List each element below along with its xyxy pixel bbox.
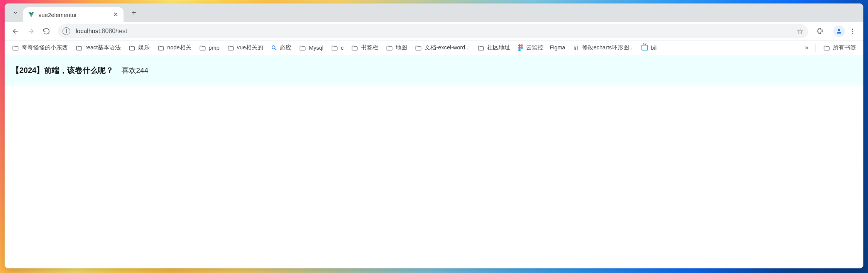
all-bookmarks-label: 所有书签 (833, 44, 856, 51)
svg-point-5 (518, 44, 521, 47)
toolbar-divider (830, 27, 830, 35)
likes-text: 喜欢244 (122, 66, 149, 76)
svg-point-4 (272, 46, 275, 49)
svg-point-6 (521, 44, 523, 47)
close-tab-icon[interactable]: ✕ (112, 11, 119, 19)
bookmark-label: react基本语法 (85, 44, 121, 51)
bookmark-label: 社区地址 (487, 44, 510, 51)
bookmark-item[interactable]: 娱乐 (126, 42, 152, 53)
bilibili-icon (641, 45, 648, 51)
folder-icon (331, 45, 338, 51)
echarts-icon (573, 45, 579, 51)
folder-icon (129, 45, 135, 51)
tab-title: vue2elementui (39, 12, 112, 18)
bookmarks-divider (816, 44, 816, 52)
tab-active[interactable]: vue2elementui ✕ (23, 7, 124, 22)
bookmark-item[interactable]: 文档-excel-word... (412, 42, 472, 53)
profile-button[interactable] (833, 25, 845, 37)
folder-icon (299, 45, 306, 51)
browser-window: vue2elementui ✕ + i localhost:8080/test … (5, 3, 863, 268)
forward-button[interactable] (24, 24, 38, 38)
bookmark-label: Mysql (309, 45, 323, 51)
bookmarks-bar: 奇奇怪怪的小东西react基本语法娱乐node相关pmpvue相关的必应Mysq… (5, 40, 863, 55)
bookmark-label: 云监控 – Figma (526, 44, 565, 51)
bookmark-label: 书签栏 (361, 44, 378, 51)
bookmark-item[interactable]: 修改echarts环形图... (570, 42, 637, 53)
bookmark-label: c (341, 45, 343, 51)
reload-button[interactable] (39, 24, 53, 38)
bookmark-label: bili (651, 45, 658, 51)
bookmark-label: 文档-excel-word... (425, 44, 470, 51)
bookmark-item[interactable]: 云监控 – Figma (515, 42, 568, 53)
page-content: 【2024】前端，该卷什么呢？ 喜欢244 (5, 55, 863, 268)
chrome-menu-button[interactable] (846, 24, 860, 38)
folder-icon (415, 45, 422, 51)
toolbar: i localhost:8080/test ☆ (5, 22, 863, 40)
back-button[interactable] (8, 24, 22, 38)
bookmark-item[interactable]: node相关 (155, 42, 194, 53)
bookmark-item[interactable]: 社区地址 (475, 42, 513, 53)
toolbar-right (813, 24, 860, 38)
bookmark-label: 奇奇怪怪的小东西 (22, 44, 68, 51)
folder-icon (477, 45, 484, 51)
url-path: /test (115, 28, 127, 35)
search-icon (271, 45, 277, 51)
bookmark-label: 修改echarts环形图... (582, 44, 634, 51)
folder-icon (227, 45, 234, 51)
url-host: localhost (76, 28, 100, 35)
svg-point-2 (852, 30, 853, 32)
tab-search-button[interactable] (10, 7, 21, 18)
bookmark-item[interactable]: 地图 (383, 42, 410, 53)
bookmark-item[interactable]: vue相关的 (225, 42, 266, 53)
folder-icon (12, 45, 19, 51)
bookmark-item[interactable]: 奇奇怪怪的小东西 (9, 42, 71, 53)
new-tab-button[interactable]: + (128, 7, 140, 19)
bookmark-item[interactable]: 书签栏 (349, 42, 381, 53)
site-info-icon[interactable]: i (63, 27, 70, 35)
bookmark-label: vue相关的 (237, 44, 263, 51)
bookmark-label: 地图 (396, 44, 407, 51)
svg-point-9 (518, 49, 521, 51)
svg-point-1 (852, 29, 853, 30)
folder-icon (351, 45, 358, 51)
vue-favicon (28, 11, 35, 18)
bookmark-item[interactable]: react基本语法 (73, 42, 124, 53)
address-bar[interactable]: i localhost:8080/test ☆ (58, 24, 808, 38)
bookmark-item[interactable]: pmp (196, 43, 222, 52)
bookmark-label: pmp (209, 45, 220, 51)
bookmark-label: 娱乐 (138, 44, 150, 51)
figma-icon (518, 44, 523, 51)
folder-icon (76, 45, 83, 51)
bookmark-item[interactable]: Mysql (296, 43, 326, 52)
all-bookmarks-button[interactable]: 所有书签 (821, 42, 859, 53)
page-banner: 【2024】前端，该卷什么呢？ 喜欢244 (5, 55, 863, 86)
bookmark-item[interactable]: bili (639, 43, 660, 52)
svg-point-8 (521, 47, 523, 49)
folder-icon (157, 45, 164, 51)
bookmark-item[interactable]: c (328, 43, 346, 52)
extensions-button[interactable] (813, 24, 827, 38)
bookmark-label: node相关 (167, 44, 191, 51)
svg-point-3 (852, 32, 853, 34)
folder-icon (199, 45, 206, 51)
url-port: :8080 (100, 28, 115, 35)
bookmark-star-icon[interactable]: ☆ (797, 27, 804, 36)
tab-strip: vue2elementui ✕ + (5, 3, 863, 22)
svg-point-0 (838, 29, 840, 31)
bookmark-item[interactable]: 必应 (268, 42, 294, 53)
bookmark-label: 必应 (280, 44, 291, 51)
headline: 【2024】前端，该卷什么呢？ (12, 65, 114, 76)
folder-icon (386, 45, 393, 51)
bookmarks-overflow-icon[interactable]: » (802, 44, 811, 52)
svg-point-7 (518, 47, 521, 49)
